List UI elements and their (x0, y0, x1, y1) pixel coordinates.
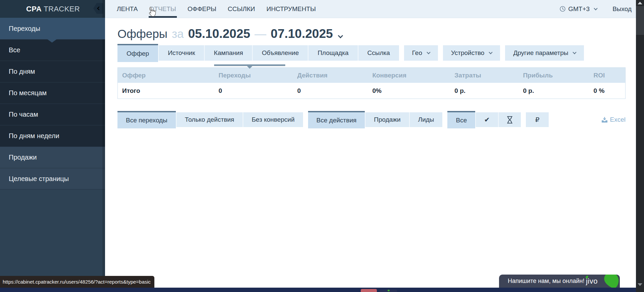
timezone-selector[interactable]: GMT+3 (560, 5, 597, 13)
table-totals-row: Итого000%0 р.0 р.0 % (118, 83, 625, 99)
filter-pending-button[interactable] (498, 112, 521, 127)
filter-all-button[interactable]: Все (447, 111, 475, 128)
scrollbar-thumb[interactable] (636, 6, 644, 35)
filter-only-actions-button[interactable]: Только действия (176, 112, 243, 127)
logo-rest: TRACKER (42, 5, 80, 13)
filter-group-currency: ₽ (526, 112, 549, 127)
sidebar-item-by-months[interactable]: По месяцам (0, 82, 105, 104)
dropdown-other-params-label: Другие параметры (513, 49, 568, 57)
browser-status-url: https://cabinet.cpatracker.ru/users/4825… (0, 276, 154, 288)
filter-sales-button[interactable]: Продажи (365, 112, 409, 127)
filter-group-actions: Все действияПродажиЛиды (308, 111, 443, 128)
sidebar-item-by-days[interactable]: По дням (0, 61, 105, 82)
tab-ad[interactable]: Объявление (252, 45, 308, 61)
filter-approved-button[interactable]: ✔ (475, 112, 498, 127)
tab-offer[interactable]: Оффер (117, 44, 158, 62)
sidebar-item-landing-pages[interactable]: Целевые страницы (0, 168, 105, 189)
excel-label: Excel (610, 116, 626, 123)
totals-cell-actions: 0 (293, 87, 368, 95)
totals-cell-costs: 0 р. (450, 87, 518, 95)
dropdown-device[interactable]: Устройство (443, 45, 500, 61)
sidebar: CPA TRACKER ПереходыВсеПо днямПо месяцам… (0, 0, 105, 292)
scroll-up-arrow-icon[interactable] (638, 2, 642, 4)
column-header-costs[interactable]: Затраты (450, 72, 518, 79)
nav-item-reports[interactable]: ОТЧЕТЫ (149, 0, 177, 18)
report-name: Офферы (117, 27, 167, 41)
sort-indicator[interactable] (214, 64, 286, 66)
tab-campaign[interactable]: Кампания (204, 45, 252, 61)
chevron-left-icon (97, 6, 101, 10)
totals-cell-offer: Итого (118, 87, 214, 95)
chevron-down-icon (594, 6, 597, 10)
download-icon (602, 117, 607, 123)
main-content: Офферы за 05.10.2025 — 07.10.2025 ОфферИ… (105, 18, 636, 288)
chevron-down-icon (489, 50, 493, 54)
filter-groups: Все переходыТолько действияБез конверсий… (117, 111, 554, 128)
filter-leads-button[interactable]: Лиды (409, 112, 443, 127)
filter-no-conversions-button[interactable]: Без конверсий (243, 112, 303, 127)
sidebar-collapse-button[interactable] (93, 3, 103, 14)
dropdown-geo-label: Гео (412, 49, 422, 57)
date-from[interactable]: 05.10.2025 (188, 27, 250, 41)
date-to[interactable]: 07.10.2025 (271, 27, 333, 41)
chat-widget[interactable]: Напишите нам, мы онлайн! jivo (499, 275, 620, 288)
excel-export-link[interactable]: Excel (602, 116, 626, 123)
sidebar-item-sales[interactable]: Продажи (0, 147, 105, 168)
nav-item-offers[interactable]: ОФФЕРЫ (187, 0, 217, 18)
filter-group-status: Все✔ (447, 111, 521, 128)
filter-ruble-button[interactable]: ₽ (526, 112, 549, 127)
sidebar-item-by-hours[interactable]: По часам (0, 104, 105, 125)
column-header-transitions[interactable]: Переходы (214, 72, 293, 79)
report-preposition: за (172, 27, 184, 41)
dropdown-other-params[interactable]: Другие параметры (505, 45, 584, 61)
filters-row: Все переходыТолько действияБез конверсий… (117, 111, 626, 128)
topbar: ЛЕНТАОТЧЕТЫОФФЕРЫССЫЛКИИНСТРУМЕНТЫ GMT+3… (105, 0, 636, 18)
column-header-profit[interactable]: Прибыль (518, 72, 589, 79)
report-title: Офферы за 05.10.2025 — 07.10.2025 (117, 27, 626, 41)
chevron-down-icon (427, 50, 430, 54)
taskbar-app-icon[interactable] (361, 289, 377, 292)
topbar-right: GMT+3 Выход (560, 0, 636, 18)
jivo-logo: jivo (586, 277, 598, 286)
date-separator: — (255, 27, 266, 41)
nav-item-links[interactable]: ССЫЛКИ (227, 0, 256, 18)
tab-link[interactable]: Ссылка (358, 45, 399, 61)
date-range-chevron-icon[interactable] (338, 33, 343, 38)
filter-all-actions-button[interactable]: Все действия (308, 111, 365, 128)
report-table: ОфферПереходыДействияКонверсияЗатратыПри… (117, 67, 626, 99)
filter-group-traffic: Все переходыТолько действияБез конверсий (117, 111, 303, 128)
totals-cell-conversion: 0% (368, 87, 450, 95)
dimension-tab-group: ОфферИсточникКампанияОбъявлениеПлощадкаС… (117, 44, 399, 62)
sidebar-item-by-weekdays[interactable]: По дням недели (0, 125, 105, 147)
nav-item-tools[interactable]: ИНСТРУМЕНТЫ (266, 0, 316, 18)
sidebar-menu: ПереходыВсеПо днямПо месяцамПо часамПо д… (0, 18, 105, 189)
dimension-dropdowns: ГеоУстройствоДругие параметры (399, 45, 584, 61)
timezone-label: GMT+3 (568, 5, 590, 13)
taskbar (0, 288, 636, 292)
app-logo: CPA TRACKER (26, 5, 80, 13)
dimension-tabs-row: ОфферИсточникКампанияОбъявлениеПлощадкаС… (117, 44, 626, 62)
column-header-offer[interactable]: Оффер (118, 72, 214, 79)
nav-item-feed[interactable]: ЛЕНТА (116, 0, 139, 18)
tab-source[interactable]: Источник (158, 45, 204, 61)
taskbar-app-icon-2[interactable] (380, 290, 397, 292)
dropdown-geo[interactable]: Гео (404, 45, 438, 61)
vertical-scrollbar[interactable] (636, 0, 644, 292)
dropdown-device-label: Устройство (451, 49, 484, 57)
totals-cell-roi: 0 % (589, 87, 625, 95)
logout-link[interactable]: Выход (612, 5, 632, 13)
report-table-wrap: ОфферПереходыДействияКонверсияЗатратыПри… (117, 67, 626, 99)
column-header-conversion[interactable]: Конверсия (368, 72, 450, 79)
jivo-leaf-icon (600, 275, 620, 288)
chat-message: Напишите нам, мы онлайн! (508, 278, 584, 285)
column-header-actions[interactable]: Действия (293, 72, 368, 79)
filter-all-transitions-button[interactable]: Все переходы (117, 111, 176, 128)
scroll-down-arrow-icon[interactable] (638, 283, 642, 286)
logo-bold: CPA (26, 5, 42, 13)
green-dot-icon (388, 290, 390, 291)
jivo-brand-text: jivo (586, 277, 598, 285)
sidebar-item-transitions[interactable]: Переходы (0, 18, 105, 39)
totals-cell-profit: 0 р. (518, 87, 589, 95)
tab-platform[interactable]: Площадка (308, 45, 357, 61)
column-header-roi[interactable]: ROI (589, 72, 625, 79)
